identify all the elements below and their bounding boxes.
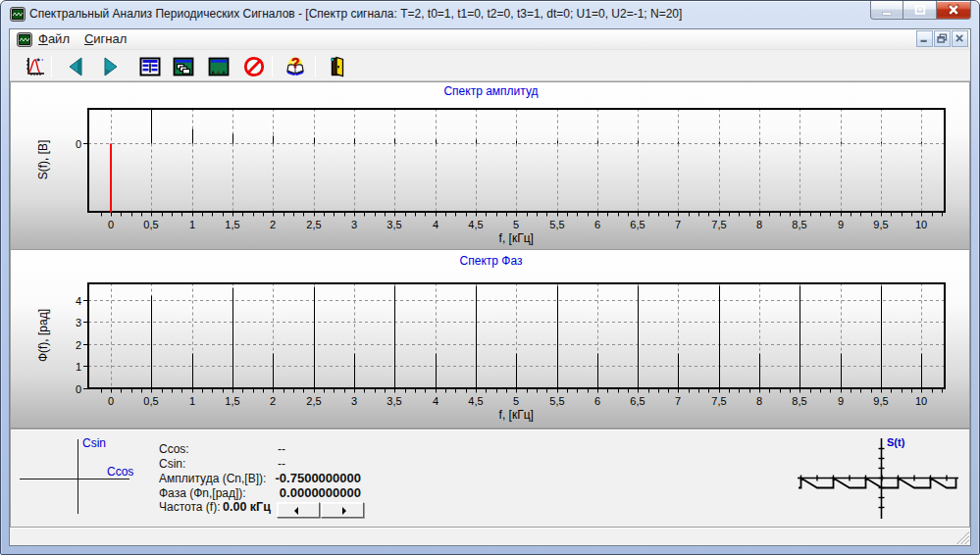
tile-windows-button[interactable]	[207, 55, 231, 78]
x-tick-label: 9	[838, 219, 844, 230]
prev-harmonic-icon	[65, 55, 88, 78]
x-tick-label: 3,5	[387, 219, 401, 230]
minimize-button[interactable]	[870, 1, 903, 20]
y-axis-label: Ф(f), [рад]	[36, 309, 50, 362]
x-tick-label: 7,5	[711, 219, 726, 230]
x-tick-label: 5,5	[549, 219, 564, 230]
y-tick-label: 2	[76, 339, 81, 351]
caption-buttons	[870, 1, 971, 20]
help-icon: ?	[284, 55, 307, 78]
phase-spectrum-chart[interactable]: 0123400,511,522,533,544,555,566,577,588,…	[10, 250, 970, 429]
x-tick-label: 3,5	[387, 395, 401, 407]
close-icon	[937, 1, 970, 19]
y-axis-label: S(f), [B]	[36, 140, 50, 180]
resize-grip-icon[interactable]	[954, 530, 969, 544]
y-tick-label: 3	[76, 317, 81, 328]
x-tick-label: 4,5	[468, 395, 483, 407]
x-tick-label: 7,5	[711, 395, 726, 407]
x-tick-label: 0,5	[143, 395, 158, 407]
x-tick-label: 8	[756, 219, 762, 230]
mdi-close-button[interactable]	[952, 30, 968, 47]
x-tick-label: 2	[270, 219, 276, 230]
x-tick-label: 5,5	[549, 395, 564, 407]
next-harmonic-button[interactable]	[98, 55, 122, 78]
x-tick-label: 9	[838, 395, 844, 407]
x-tick-label: 1	[189, 395, 195, 407]
prev-harmonic-button[interactable]	[65, 55, 88, 78]
next-harmonic-button[interactable]	[321, 502, 364, 518]
x-tick-label: 4	[433, 395, 438, 407]
menu-items: ФайлСигнал	[32, 29, 135, 49]
svg-text:?: ?	[291, 55, 300, 71]
toolbar: ?	[10, 49, 970, 81]
frequency-value: 0.00 кГц	[223, 500, 271, 514]
prev-harmonic-button[interactable]	[277, 502, 320, 518]
harmonic-info-panel: Csin Ccos Ccos:--Csin:--Амплитуда (Cn,[B…	[10, 429, 970, 527]
x-tick-label: 8	[756, 395, 762, 407]
mdi-restore-button[interactable]	[934, 30, 951, 47]
close-button[interactable]	[937, 1, 971, 20]
maximize-icon	[903, 1, 936, 19]
x-tick-label: 0,5	[143, 219, 158, 230]
tile-windows-icon	[207, 55, 231, 78]
ccos-axis-label: Ccos	[107, 465, 133, 479]
toolbar-separator	[51, 56, 52, 77]
right-arrow-icon	[342, 507, 346, 515]
x-axis-label: f, [кГц]	[499, 231, 534, 245]
x-axis-label: f, [кГц]	[499, 408, 534, 422]
help-button[interactable]: ?	[284, 55, 307, 78]
table-button[interactable]	[138, 55, 162, 78]
mdi-minimize-button[interactable]	[916, 30, 933, 47]
minimize-icon	[871, 1, 903, 19]
x-tick-label: 9,5	[873, 219, 888, 230]
exit-button[interactable]	[325, 55, 348, 78]
x-tick-label: 4	[433, 219, 438, 230]
y-tick-label: 4	[76, 295, 81, 307]
cascade-windows-button[interactable]	[172, 55, 195, 78]
x-tick-label: 3	[351, 395, 357, 407]
app-icon	[10, 7, 26, 22]
y-tick-label: 1	[76, 361, 81, 373]
ccos-value: --	[278, 442, 285, 456]
x-tick-label: 6,5	[630, 395, 645, 407]
menu-item-file[interactable]: Файл	[32, 29, 78, 49]
stop-icon	[242, 55, 266, 78]
x-tick-label: 1,5	[225, 219, 239, 230]
left-arrow-icon	[294, 507, 298, 515]
x-tick-label: 1,5	[225, 395, 239, 407]
toolbar-separator	[315, 56, 316, 77]
status-bar	[10, 527, 970, 545]
x-tick-label: 5	[513, 395, 519, 407]
x-tick-label: 2	[270, 395, 276, 407]
x-tick-label: 7	[675, 219, 681, 230]
amplitude-value: -0.7500000000	[150, 471, 361, 485]
title-bar[interactable]: Спектральный Анализ Периодических Сигнал…	[1, 1, 979, 28]
stop-button[interactable]	[242, 55, 266, 78]
x-tick-label: 9,5	[873, 395, 888, 407]
x-tick-label: 0	[108, 219, 114, 230]
cascade-windows-icon	[172, 55, 195, 78]
x-tick-label: 6	[594, 395, 600, 407]
chart-title: Спектр Фаз	[460, 254, 523, 268]
mdi-child-icon[interactable]	[17, 32, 32, 47]
x-tick-label: 1	[189, 219, 195, 230]
menu-item-signal[interactable]: Сигнал	[78, 29, 135, 49]
y-tick-label: 0	[76, 138, 81, 150]
plot-options-button[interactable]	[24, 55, 47, 78]
phase-plot: 0123400,511,522,533,544,555,566,577,588,…	[11, 250, 971, 427]
x-tick-label: 10	[915, 395, 927, 407]
x-tick-label: 2,5	[306, 219, 321, 230]
menu-bar: ФайлСигнал	[10, 29, 970, 49]
x-tick-label: 10	[915, 219, 927, 230]
csin-value: --	[278, 457, 285, 471]
x-tick-label: 6,5	[630, 219, 645, 230]
mdi-close-icon	[953, 31, 967, 46]
x-tick-label: 2,5	[306, 395, 321, 407]
x-tick-label: 6	[594, 219, 600, 230]
table-icon	[138, 55, 162, 78]
frequency-label: Частота (f):	[159, 500, 220, 514]
signal-preview-label: S(t)	[887, 436, 905, 448]
maximize-button[interactable]	[903, 1, 937, 20]
mdi-restore-icon	[935, 31, 950, 46]
amplitude-spectrum-chart[interactable]: 000,511,522,533,544,555,566,577,588,599,…	[10, 81, 970, 250]
